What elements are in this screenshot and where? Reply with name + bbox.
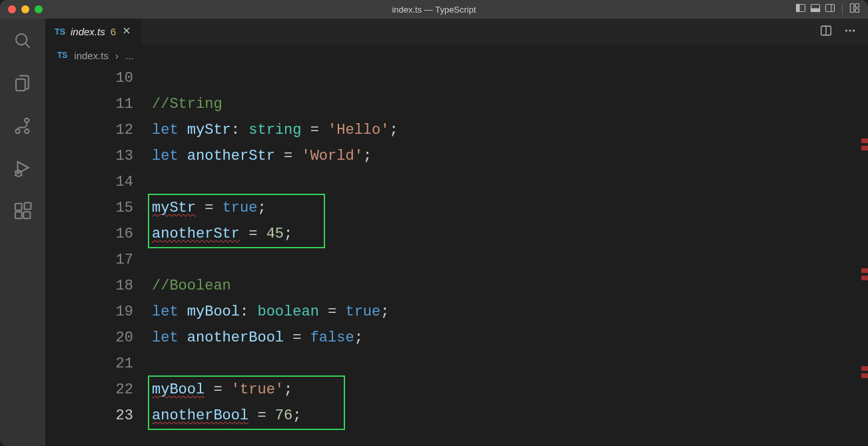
chevron-right-icon: ›: [115, 50, 119, 61]
code-content[interactable]: //String let myStr: string = 'Hello'; le…: [152, 65, 868, 446]
svg-point-29: [845, 29, 847, 31]
svg-rect-4: [826, 5, 835, 12]
line-number: 11: [45, 91, 133, 117]
breadcrumb-file: index.ts: [74, 50, 109, 61]
error-marker[interactable]: [861, 146, 868, 150]
close-window-button[interactable]: [8, 5, 16, 13]
svg-line-18: [21, 171, 23, 172]
line-gutter: 10 11 12 13 14 15 16 17 18 19 20 21 22 2…: [45, 65, 152, 446]
error-marker[interactable]: [861, 268, 868, 273]
line-number: 14: [45, 169, 133, 195]
toggle-primary-sidebar-button[interactable]: [795, 3, 806, 16]
error-marker[interactable]: [861, 366, 868, 371]
tab-index-ts[interactable]: TS index.ts 6: [45, 19, 142, 45]
code-line: myStr = true;: [152, 195, 855, 221]
extensions-icon[interactable]: [13, 201, 33, 224]
window-controls: [0, 5, 43, 13]
svg-rect-3: [811, 9, 820, 12]
lang-badge: TS: [55, 27, 65, 37]
editor-actions: [820, 19, 868, 45]
svg-line-10: [25, 43, 30, 48]
line-number: 19: [45, 299, 133, 325]
toggle-panel-button[interactable]: [810, 3, 821, 16]
svg-rect-21: [15, 204, 22, 210]
editor-tabs: TS index.ts 6: [45, 19, 868, 45]
split-editor-icon[interactable]: [820, 25, 832, 39]
overview-ruler: [859, 65, 868, 446]
line-number: 22: [45, 377, 133, 403]
svg-line-19: [15, 175, 16, 176]
code-line: let anotherStr = 'World';: [152, 143, 855, 169]
window-title: index.ts — TypeScript: [0, 5, 868, 15]
code-line: [152, 169, 855, 195]
line-number: 18: [45, 273, 133, 299]
breadcrumb-rest: ...: [125, 50, 134, 61]
svg-line-17: [15, 171, 16, 172]
code-line: anotherStr = 45;: [152, 221, 855, 247]
svg-point-30: [849, 29, 851, 31]
code-editor[interactable]: 10 11 12 13 14 15 16 17 18 19 20 21 22 2…: [45, 65, 868, 446]
svg-rect-22: [15, 212, 22, 218]
svg-rect-1: [797, 5, 800, 12]
toggle-secondary-sidebar-button[interactable]: [825, 3, 835, 16]
minimize-window-button[interactable]: [21, 5, 29, 13]
svg-point-11: [25, 118, 29, 122]
svg-marker-14: [18, 162, 29, 174]
tab-problem-count: 6: [111, 26, 116, 37]
code-line: myBool = 'true';: [152, 377, 855, 403]
line-number: 21: [45, 351, 133, 377]
svg-rect-24: [25, 203, 31, 210]
code-line: [152, 351, 855, 377]
line-number: 17: [45, 247, 133, 273]
line-number: 12: [45, 117, 133, 143]
title-bar: index.ts — TypeScript: [0, 0, 868, 19]
more-actions-icon[interactable]: [844, 25, 856, 39]
breadcrumb[interactable]: TS index.ts › ...: [45, 45, 868, 65]
error-marker[interactable]: [861, 138, 868, 143]
svg-line-20: [21, 175, 23, 176]
explorer-icon[interactable]: [13, 73, 33, 96]
tab-filename: index.ts: [71, 26, 105, 37]
activity-bar: [0, 19, 45, 446]
lang-badge: TS: [57, 51, 67, 60]
line-number: 16: [45, 221, 133, 247]
code-line: [152, 247, 855, 273]
layout-controls: [795, 3, 860, 16]
line-number: 13: [45, 143, 133, 169]
customize-layout-button[interactable]: [849, 3, 860, 16]
close-tab-icon[interactable]: [121, 25, 132, 38]
svg-rect-23: [23, 212, 30, 218]
line-number: 23: [45, 403, 133, 429]
code-line: anotherBool = 76;: [152, 403, 855, 429]
code-line: [152, 65, 855, 91]
code-line: let anotherBool = false;: [152, 325, 855, 351]
code-line: //Boolean: [152, 273, 855, 299]
run-debug-icon[interactable]: [13, 158, 33, 181]
svg-point-13: [25, 129, 29, 133]
svg-rect-8: [855, 9, 859, 13]
error-marker[interactable]: [861, 373, 868, 378]
svg-rect-6: [851, 4, 855, 13]
code-line: //String: [152, 91, 855, 117]
svg-point-31: [853, 29, 855, 31]
code-line: let myBool: boolean = true;: [152, 299, 855, 325]
line-number: 10: [45, 65, 133, 91]
source-control-icon[interactable]: [13, 116, 33, 138]
search-icon[interactable]: [13, 31, 33, 53]
layout-separator: [842, 4, 843, 15]
error-marker[interactable]: [861, 276, 868, 280]
svg-rect-7: [855, 4, 859, 8]
line-number: 20: [45, 325, 133, 351]
zoom-window-button[interactable]: [35, 5, 43, 13]
editor-group: TS index.ts 6 TS index.ts › ...: [45, 19, 868, 446]
svg-point-9: [16, 34, 27, 45]
line-number: 15: [45, 195, 133, 221]
code-line: let myStr: string = 'Hello';: [152, 117, 855, 143]
